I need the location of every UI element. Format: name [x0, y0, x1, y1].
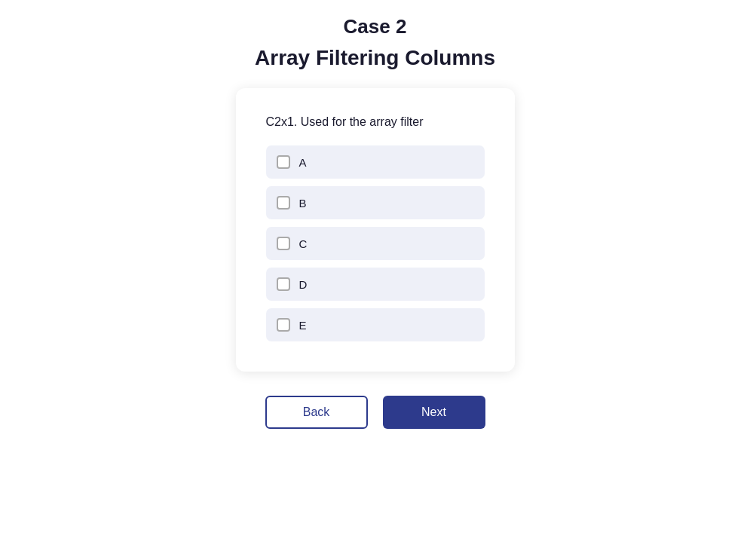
option-text-c: C	[299, 237, 308, 250]
back-button[interactable]: Back	[265, 396, 368, 429]
list-item[interactable]: D	[266, 268, 485, 301]
list-item[interactable]: B	[266, 186, 485, 219]
option-checkbox-a[interactable]	[277, 155, 290, 169]
option-checkbox-c[interactable]	[277, 237, 290, 250]
option-text-d: D	[299, 278, 308, 291]
button-row: Back Next	[265, 396, 485, 429]
option-checkbox-e[interactable]	[277, 318, 290, 332]
option-checkbox-b[interactable]	[277, 196, 290, 210]
page-title: Case 2	[344, 15, 407, 38]
option-text-b: B	[299, 197, 307, 210]
option-text-e: E	[299, 319, 307, 332]
list-item[interactable]: C	[266, 227, 485, 260]
next-button[interactable]: Next	[383, 396, 485, 429]
page-subtitle: Array Filtering Columns	[255, 46, 495, 70]
list-item[interactable]: E	[266, 308, 485, 341]
question-card: C2x1. Used for the array filter ABCDE	[236, 88, 515, 372]
option-text-a: A	[299, 156, 307, 169]
option-checkbox-d[interactable]	[277, 277, 290, 291]
list-item[interactable]: A	[266, 145, 485, 179]
question-label: C2x1. Used for the array filter	[266, 115, 485, 129]
options-list: ABCDE	[266, 145, 485, 341]
